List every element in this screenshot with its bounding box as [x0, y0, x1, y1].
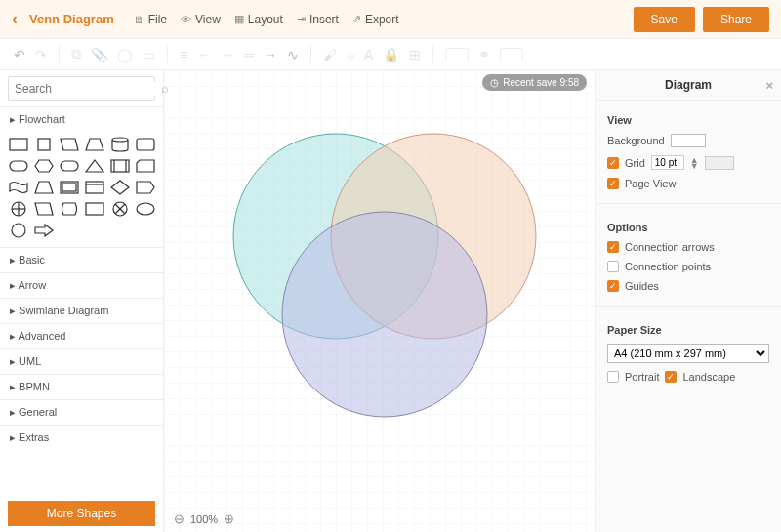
shape-trapezoid[interactable] — [84, 136, 105, 153]
menu-file[interactable]: 🗎File — [134, 13, 167, 26]
category-general[interactable]: ▸ General — [0, 399, 163, 425]
venn-diagram[interactable] — [214, 119, 546, 431]
category-basic[interactable]: ▸ Basic — [0, 247, 163, 272]
category-uml[interactable]: ▸ UML — [0, 348, 163, 374]
clip-icon[interactable]: 📎 — [91, 47, 107, 62]
lock-icon[interactable]: 🔒 — [383, 47, 399, 62]
clock-icon: ◷ — [490, 77, 499, 88]
curve-icon[interactable]: ∿ — [287, 47, 299, 62]
menu-insert[interactable]: ⇥Insert — [297, 13, 339, 26]
prop-conn-arrows: ✓ Connection arrows — [607, 241, 769, 253]
conn-points-checkbox[interactable] — [607, 261, 619, 272]
more-shapes-button[interactable]: More Shapes — [8, 501, 155, 526]
background-swatch[interactable] — [671, 134, 706, 147]
search-input-wrap[interactable]: ⌕ — [8, 76, 155, 101]
shape-diamond[interactable] — [109, 179, 131, 196]
svg-point-30 — [12, 224, 25, 237]
arrow-both-icon[interactable]: ↔ — [221, 47, 234, 62]
category-swimlane[interactable]: ▸ Swimlane Diagram — [0, 298, 163, 323]
svg-marker-3 — [86, 139, 103, 150]
dropper-icon[interactable]: ⟐ — [347, 47, 354, 62]
zoom-in-icon[interactable]: ⊕ — [224, 512, 234, 526]
shape-parallelogram2[interactable] — [33, 200, 55, 218]
rect-icon[interactable]: ▭ — [143, 47, 155, 62]
shape-square[interactable] — [33, 136, 55, 153]
shape-circle-x[interactable] — [109, 200, 131, 218]
shape-tape[interactable] — [8, 179, 29, 196]
pageview-checkbox[interactable]: ✓ — [607, 178, 619, 189]
shape-roundrect2[interactable] — [8, 157, 29, 175]
arrow-left-icon[interactable]: ← — [197, 47, 211, 62]
text-icon[interactable]: A — [364, 47, 373, 62]
prop-grid: ✓ Grid ▲▼ — [607, 155, 769, 170]
shape-roundrect[interactable] — [135, 136, 156, 153]
grid-color-swatch[interactable] — [705, 156, 734, 170]
shape-pentagon[interactable] — [135, 179, 156, 196]
copy-icon[interactable]: ⧉ — [71, 46, 81, 62]
menu-file-label: File — [148, 13, 167, 26]
paper-size-select[interactable]: A4 (210 mm x 297 mm) — [607, 344, 769, 363]
prop-guides: ✓ Guides — [607, 280, 769, 292]
paint-icon[interactable]: 🖌 — [323, 47, 337, 62]
svg-marker-19 — [111, 181, 129, 194]
category-arrow[interactable]: ▸ Arrow — [0, 272, 163, 298]
share-button[interactable]: Share — [703, 7, 769, 32]
conn-arrows-label: Connection arrows — [625, 241, 715, 253]
shape-triangle[interactable] — [84, 157, 105, 175]
shape-hexagon[interactable] — [33, 157, 55, 175]
grid-stepper[interactable]: ▲▼ — [690, 157, 699, 169]
shape-card[interactable] — [135, 157, 156, 175]
close-icon[interactable]: × — [765, 78, 773, 93]
pageview-label: Page View — [625, 178, 676, 189]
undo-icon[interactable]: ↶ — [14, 47, 25, 62]
shape-predefined[interactable] — [84, 179, 105, 196]
shape-stadium[interactable] — [59, 157, 80, 175]
shape-trapezoid2[interactable] — [33, 179, 55, 196]
width-field[interactable] — [445, 48, 469, 61]
insert-icon: ⇥ — [297, 13, 306, 25]
line-style-icon[interactable]: ═ — [244, 47, 254, 62]
shape-subroutine[interactable] — [109, 157, 131, 175]
landscape-checkbox[interactable]: ✓ — [665, 371, 677, 383]
topbar: ‹ Venn Diagram 🗎File 👁View ▦Layout ⇥Inse… — [0, 0, 781, 39]
shape-circle[interactable] — [8, 222, 29, 239]
shape-cylinder[interactable] — [109, 136, 131, 153]
shape-rect[interactable] — [8, 136, 29, 153]
menu-layout-label: Layout — [248, 13, 283, 26]
svg-rect-25 — [86, 203, 103, 215]
category-advanced[interactable]: ▸ Advanced — [0, 323, 163, 348]
shape-doublerect[interactable] — [59, 179, 80, 196]
menu-view[interactable]: 👁View — [181, 13, 221, 26]
guides-checkbox[interactable]: ✓ — [607, 280, 619, 292]
search-input[interactable] — [15, 82, 161, 96]
align-icon[interactable]: ≡ — [180, 47, 187, 62]
topbar-actions: Save Share — [634, 7, 769, 32]
svg-rect-17 — [86, 182, 103, 193]
canvas[interactable]: ◷ Recent save 9:58 ⊖ 100% ⊕ — [164, 70, 596, 532]
group-icon[interactable]: ⊞ — [409, 47, 421, 62]
height-field[interactable] — [500, 48, 523, 61]
zoom-out-icon[interactable]: ⊖ — [174, 512, 185, 526]
shape-icon[interactable]: ◯ — [117, 47, 133, 62]
shape-display[interactable] — [59, 200, 80, 218]
shape-frame[interactable] — [84, 200, 105, 218]
save-button[interactable]: Save — [634, 7, 695, 32]
link-icon[interactable]: ⚭ — [478, 47, 490, 62]
category-bpmn[interactable]: ▸ BPMN — [0, 374, 163, 399]
grid-size-input[interactable] — [651, 155, 684, 170]
menu-layout[interactable]: ▦Layout — [234, 13, 283, 26]
redo-icon[interactable]: ↷ — [35, 47, 47, 62]
shape-arrow[interactable] — [33, 222, 55, 239]
menu-export[interactable]: ⇗Export — [352, 13, 399, 26]
shape-parallelogram[interactable] — [59, 136, 80, 153]
shape-ellipse[interactable] — [135, 200, 156, 218]
category-flowchart[interactable]: ▸ Flowchart — [0, 106, 163, 132]
arrow-right-icon[interactable]: → — [264, 47, 277, 62]
category-extras[interactable]: ▸ Extras — [0, 425, 163, 450]
back-button[interactable]: ‹ — [12, 9, 18, 29]
conn-arrows-checkbox[interactable]: ✓ — [607, 241, 619, 253]
shape-circle-cross[interactable] — [8, 200, 29, 218]
grid-checkbox[interactable]: ✓ — [607, 157, 619, 169]
portrait-checkbox[interactable] — [607, 371, 619, 383]
venn-circle-3[interactable] — [282, 212, 487, 417]
